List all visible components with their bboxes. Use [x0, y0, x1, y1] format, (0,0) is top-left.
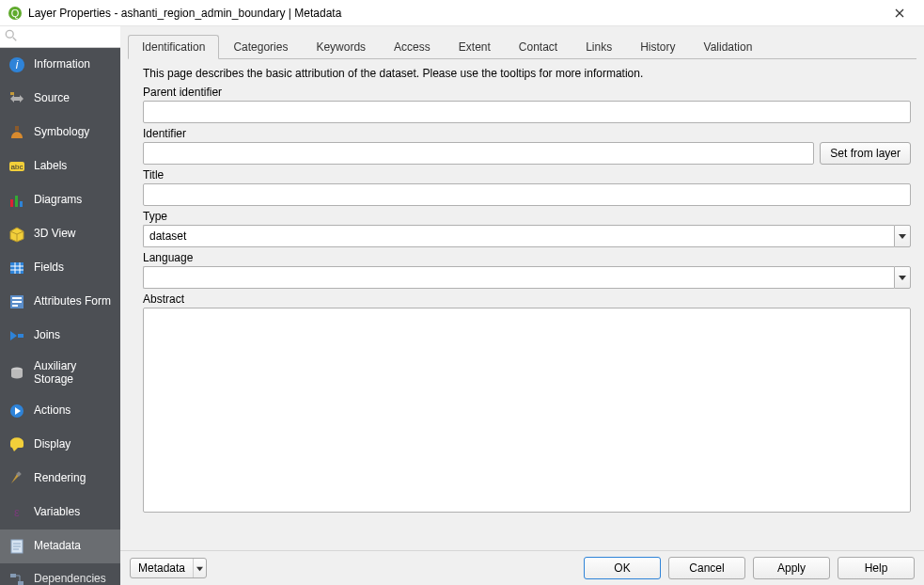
svg-rect-12 — [10, 199, 13, 207]
close-button[interactable] — [883, 0, 916, 26]
svg-text:Q: Q — [11, 8, 20, 19]
search-input[interactable] — [0, 26, 120, 47]
svg-line-5 — [13, 38, 17, 41]
set-from-layer-button[interactable]: Set from layer — [820, 142, 911, 165]
help-button[interactable]: Help — [838, 557, 915, 579]
sidebar-item-label: Symbology — [34, 126, 89, 139]
sidebar-item-dependencies[interactable]: Dependencies — [0, 563, 120, 585]
rendering-icon — [8, 469, 26, 488]
sidebar-item-labels[interactable]: abcLabels — [0, 150, 120, 183]
window-title: Layer Properties - ashanti_region_admin_… — [28, 7, 341, 20]
variables-icon: ε — [8, 503, 26, 522]
label-abstract: Abstract — [143, 292, 911, 306]
titlebar: Q Layer Properties - ashanti_region_admi… — [0, 0, 924, 26]
sidebar-item-auxiliary-storage[interactable]: Auxiliary Storage — [0, 353, 120, 394]
sidebar-item-joins[interactable]: Joins — [0, 319, 120, 353]
3dview-icon — [8, 225, 26, 244]
tab-validation[interactable]: Validation — [690, 35, 767, 59]
svg-rect-27 — [18, 334, 23, 338]
type-combo[interactable] — [143, 225, 911, 247]
language-combo-dropdown[interactable] — [894, 266, 911, 289]
language-combo-value[interactable] — [143, 266, 894, 289]
label-parent-identifier: Parent identifier — [143, 86, 911, 99]
sidebar-item-label: 3D View — [34, 228, 75, 241]
aux-icon — [8, 364, 26, 383]
sidebar-item-label: Actions — [34, 404, 70, 418]
sidebar-item-fields[interactable]: Fields — [0, 251, 120, 285]
tab-links[interactable]: Links — [572, 35, 626, 59]
attrform-icon — [8, 292, 26, 311]
cancel-button[interactable]: Cancel — [668, 557, 745, 579]
tab-extent[interactable]: Extent — [445, 35, 505, 59]
diagrams-icon — [8, 191, 26, 210]
labels-icon: abc — [8, 157, 26, 176]
title-input[interactable] — [143, 183, 911, 206]
identifier-input[interactable] — [143, 142, 814, 165]
sidebar-item-3d-view[interactable]: 3D View — [0, 217, 120, 251]
actions-icon — [8, 402, 26, 420]
apply-button[interactable]: Apply — [753, 557, 830, 579]
svg-text:abc: abc — [11, 163, 23, 171]
sidebar-item-symbology[interactable]: Symbology — [0, 116, 120, 150]
svg-rect-17 — [10, 262, 23, 274]
sidebar-item-display[interactable]: Display — [0, 428, 120, 462]
symbology-icon — [8, 123, 26, 142]
page-description: This page describes the basic attributio… — [143, 67, 911, 80]
svg-rect-13 — [15, 196, 18, 207]
type-combo-dropdown[interactable] — [894, 225, 911, 247]
label-identifier: Identifier — [143, 127, 911, 140]
dependencies-icon — [8, 570, 26, 585]
tab-content-identification: This page describes the basic attributio… — [120, 59, 924, 550]
sidebar-item-source[interactable]: Source — [0, 82, 120, 116]
sidebar-item-rendering[interactable]: Rendering — [0, 462, 120, 496]
svg-text:i: i — [16, 58, 19, 71]
metadata-menu-button[interactable]: Metadata — [130, 558, 207, 578]
sidebar-item-variables[interactable]: εVariables — [0, 496, 120, 530]
svg-rect-9 — [15, 126, 19, 131]
metadata-icon — [8, 537, 26, 556]
sidebar-item-label: Auxiliary Storage — [34, 360, 113, 387]
label-title: Title — [143, 168, 911, 182]
sidebar-item-metadata[interactable]: Metadata — [0, 530, 120, 563]
tab-categories[interactable]: Categories — [219, 35, 302, 59]
sidebar-item-label: Information — [34, 58, 90, 71]
sidebar-item-label: Fields — [34, 261, 64, 275]
sidebar-item-label: Diagrams — [34, 194, 82, 207]
tab-history[interactable]: History — [626, 35, 689, 59]
sidebar-item-attributes-form[interactable]: Attributes Form — [0, 285, 120, 319]
tab-identification[interactable]: Identification — [128, 35, 219, 59]
sidebar-item-label: Attributes Form — [34, 295, 111, 308]
svg-marker-40 — [899, 276, 906, 280]
label-language: Language — [143, 251, 911, 264]
svg-rect-23 — [12, 297, 22, 299]
sidebar-item-information[interactable]: iInformation — [0, 48, 120, 82]
sidebar-item-label: Source — [34, 92, 70, 105]
label-type: Type — [143, 210, 911, 223]
sidebar-item-label: Variables — [34, 506, 80, 519]
svg-marker-41 — [196, 566, 203, 570]
svg-marker-26 — [10, 331, 17, 340]
sidebar-item-label: Display — [34, 438, 70, 451]
abstract-textarea[interactable] — [143, 308, 911, 513]
svg-marker-39 — [899, 234, 906, 239]
tab-keywords[interactable]: Keywords — [302, 35, 380, 59]
sidebar-item-label: Joins — [34, 329, 60, 342]
tab-contact[interactable]: Contact — [505, 35, 572, 59]
metadata-tabs: IdentificationCategoriesKeywordsAccessEx… — [128, 34, 916, 59]
language-combo[interactable] — [143, 266, 911, 289]
svg-text:ε: ε — [14, 505, 20, 519]
type-combo-value[interactable] — [143, 225, 894, 247]
app-icon: Q — [8, 6, 23, 21]
sidebar: iInformationSourceSymbologyabcLabelsDiag… — [0, 26, 120, 585]
sidebar-item-label: Labels — [34, 160, 67, 173]
fields-icon — [8, 259, 26, 277]
sidebar-item-actions[interactable]: Actions — [0, 394, 120, 428]
sidebar-item-label: Rendering — [34, 472, 86, 485]
sidebar-item-diagrams[interactable]: Diagrams — [0, 183, 120, 217]
svg-rect-25 — [12, 305, 18, 307]
sidebar-item-label: Metadata — [34, 540, 81, 553]
parent-identifier-input[interactable] — [143, 101, 911, 123]
tab-access[interactable]: Access — [380, 35, 445, 59]
svg-rect-37 — [10, 574, 16, 577]
ok-button[interactable]: OK — [584, 557, 661, 579]
